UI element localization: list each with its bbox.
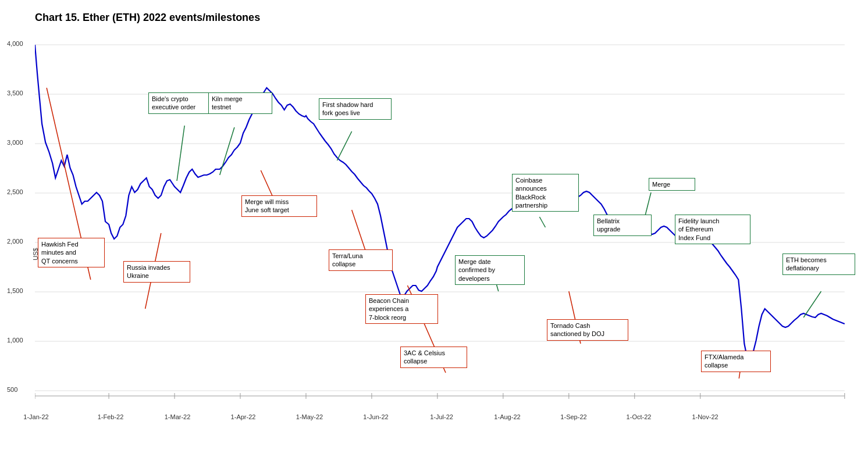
x-label-aug: 1-Aug-22 bbox=[494, 413, 520, 420]
y-label-2000: 2,000 bbox=[7, 238, 23, 245]
y-label-1000: 1,000 bbox=[7, 337, 23, 344]
x-label-mar: 1-Mar-22 bbox=[165, 413, 191, 420]
annotation-hawkish-fed: Hawkish Fedminutes andQT concerns bbox=[38, 238, 105, 267]
y-label-4000: 4,000 bbox=[7, 40, 23, 47]
annotation-coinbase-blackrock: CoinbaseannouncesBlackRockpartnership bbox=[512, 174, 579, 212]
x-label-nov: 1-Nov-22 bbox=[692, 413, 718, 420]
x-label-jul: 1-Jul-22 bbox=[430, 413, 453, 420]
x-label-oct: 1-Oct-22 bbox=[627, 413, 652, 420]
annotation-beacon-chain: Beacon Chainexperiences a7-block reorg bbox=[365, 294, 438, 324]
annotation-merge-miss-june: Merge will missJune soft target bbox=[241, 195, 317, 217]
annotation-first-shadow-fork: First shadow hardfork goes live bbox=[319, 98, 392, 120]
x-label-jun: 1-Jun-22 bbox=[363, 413, 388, 420]
svg-line-37 bbox=[803, 291, 821, 317]
annotation-ftx-alameda: FTX/Alamedacollapse bbox=[701, 351, 771, 372]
annotation-bidens-crypto: Bide's cryptoexecutive order bbox=[148, 92, 218, 114]
y-label-1500: 1,500 bbox=[7, 287, 23, 294]
chart-area: 4,000 3,500 3,000 2,500 2,000 1,500 1,00… bbox=[35, 30, 856, 425]
annotation-kiln-merge: Kiln mergetestnet bbox=[208, 92, 272, 114]
svg-line-31 bbox=[539, 217, 545, 227]
annotation-russia-ukraine: Russia invadesUkraine bbox=[123, 261, 190, 283]
y-label-3500: 3,500 bbox=[7, 90, 23, 97]
y-label-500: 500 bbox=[7, 386, 17, 393]
chart-container: Chart 15. Ether (ETH) 2022 events/milest… bbox=[0, 0, 868, 457]
annotation-bellatrix-upgrade: Bellatrixupgrade bbox=[593, 215, 652, 236]
x-label-sep: 1-Sep-22 bbox=[560, 413, 586, 420]
y-label-2500: 2,500 bbox=[7, 188, 23, 195]
svg-line-24 bbox=[220, 127, 234, 175]
annotation-tornado-cash: Tornado Cashsanctioned by DOJ bbox=[547, 319, 628, 341]
chart-title: Chart 15. Ether (ETH) 2022 events/milest… bbox=[35, 12, 856, 24]
x-label-may: 1-May-22 bbox=[296, 413, 323, 420]
annotation-3ac-celsius: 3AC & Celsiuscollapse bbox=[400, 347, 467, 368]
annotation-merge-date-confirmed: Merge dateconfirmed bydevelopers bbox=[455, 255, 525, 285]
annotation-fidelity-launch: Fidelity launchof EthereumIndex Fund bbox=[675, 215, 750, 244]
svg-line-34 bbox=[645, 192, 651, 216]
svg-line-26 bbox=[337, 131, 351, 160]
x-label-feb: 1-Feb-22 bbox=[98, 413, 124, 420]
annotation-terra-luna: Terra/Lunacollapse bbox=[329, 249, 393, 271]
annotation-eth-deflationary: ETH becomesdeflationary bbox=[782, 254, 855, 275]
y-label-3000: 3,000 bbox=[7, 139, 23, 146]
svg-line-23 bbox=[177, 126, 184, 181]
annotation-merge: Merge bbox=[649, 178, 695, 191]
x-label-jan: 1-Jan-22 bbox=[23, 413, 48, 420]
x-label-apr: 1-Apr-22 bbox=[231, 413, 256, 420]
